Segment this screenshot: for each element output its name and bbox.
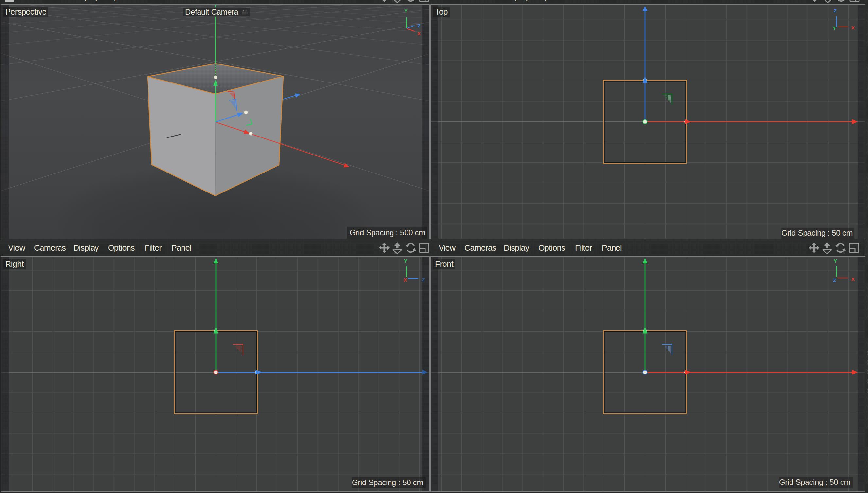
svg-text:X: X [851,276,854,282]
svg-text:Y: Y [833,25,836,31]
svg-text:X: X [417,31,420,36]
svg-text:Y: Y [833,258,837,263]
svg-text:Z: Z [833,8,837,14]
svg-text:Z: Z [833,277,836,283]
svg-text:X: X [851,25,854,30]
svg-text:Z: Z [417,23,420,28]
svg-text:X: X [404,277,407,282]
svg-text:Y: Y [404,258,407,263]
svg-text:Y: Y [404,8,408,14]
